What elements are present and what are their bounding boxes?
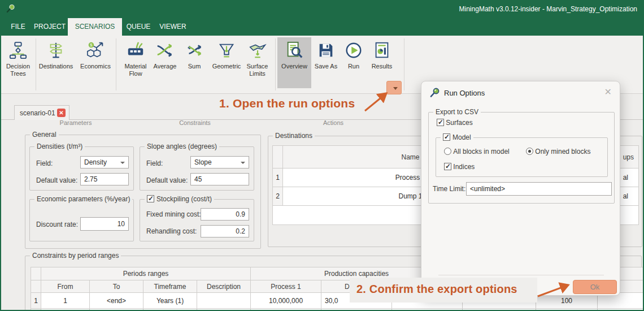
overview-icon <box>277 41 311 62</box>
menu-file[interactable]: FILE <box>5 18 32 36</box>
time-limit-input[interactable]: <unlimited> <box>466 182 612 196</box>
run-options-dropdown-button[interactable] <box>386 81 402 94</box>
title-bar: MiningMath v3.0.12-insider - Marvin_Stra… <box>0 0 644 18</box>
ribbon-separator <box>36 38 36 90</box>
column-header-from: From <box>41 280 90 293</box>
decision-trees-button[interactable]: Decision Trees <box>2 37 34 88</box>
menu-queue[interactable]: QUEUE <box>122 18 155 36</box>
window-title: MiningMath v3.0.12-insider - Marvin_Stra… <box>459 5 637 13</box>
model-checkbox[interactable] <box>443 133 450 141</box>
close-icon[interactable]: ✕ <box>604 87 612 97</box>
surface-limits-button[interactable]: Surface Limits <box>242 37 273 88</box>
time-limit-label: Time Limit: <box>433 185 465 193</box>
run-button[interactable]: Run <box>340 37 367 88</box>
button-label: Decision Trees <box>2 63 34 77</box>
stockpiling-title: Stockpiling (cost/t) <box>156 195 212 203</box>
to-cell[interactable]: <end> <box>90 293 143 309</box>
constraints-group-title: Constraints by period ranges <box>30 252 121 260</box>
rehandling-cost-input[interactable]: 0.2 <box>201 225 249 237</box>
description-cell[interactable] <box>197 293 251 309</box>
economic-group-title: Economic parameters (%/year) <box>34 195 132 203</box>
menu-bar: FILE PROJECT SCENARIOS QUEUE VIEWER <box>0 18 644 36</box>
row-number: 1 <box>31 293 41 309</box>
dialog-title: Run Options <box>444 89 485 97</box>
menu-scenarios[interactable]: SCENARIOS <box>68 18 122 36</box>
only-mined-radio[interactable] <box>526 148 533 155</box>
ok-button[interactable]: Ok <box>573 280 617 294</box>
empty-cell[interactable] <box>273 206 283 225</box>
density-default-label: Default value: <box>36 176 77 184</box>
ribbon-separator <box>275 38 276 90</box>
sum-arrows-icon <box>180 41 209 62</box>
menu-project[interactable]: PROJECT <box>32 18 68 36</box>
run-icon <box>340 41 367 62</box>
run-options-dialog: Run Options ✕ Export to CSV Surfaces Mod… <box>421 81 620 296</box>
header-group-periods: Periods ranges <box>41 267 251 280</box>
slope-group-title: Slope angles (degrees) <box>145 142 219 150</box>
timeframe-cell[interactable]: Years (1) <box>143 293 197 309</box>
slope-default-input[interactable]: 45 <box>190 173 249 185</box>
average-arrows-icon <box>149 41 181 62</box>
sum-button[interactable]: Sum <box>180 37 209 88</box>
corner-cell <box>273 146 283 169</box>
geometric-button[interactable]: Geometric <box>210 37 243 88</box>
process1-capacity-cell[interactable]: 10,000,000 <box>251 293 321 309</box>
row-number: 1 <box>273 169 283 187</box>
group-label-parameters: Parameters <box>42 119 110 126</box>
arrow-to-dropdown <box>365 93 386 111</box>
surfaces-checkbox[interactable] <box>437 119 444 126</box>
stockpiling-checkbox[interactable] <box>147 195 154 202</box>
ribbon-separator <box>404 38 404 90</box>
fixed-mining-cost-input[interactable]: 0.9 <box>201 208 249 221</box>
results-icon <box>367 41 397 62</box>
chevron-down-icon <box>120 162 125 164</box>
density-default-input[interactable]: 2.75 <box>80 173 129 185</box>
group-label-constraints: Constraints <box>161 119 229 126</box>
button-label: Surface Limits <box>242 63 273 77</box>
from-cell[interactable]: 1 <box>41 293 90 309</box>
slope-field-label: Field: <box>146 159 163 167</box>
save-as-button[interactable]: Save As <box>310 37 342 88</box>
slope-default-label: Default value: <box>146 176 188 184</box>
group-label-actions: Actions <box>299 119 367 126</box>
densities-group-title: Densities (t/m³) <box>34 142 85 150</box>
tab-close-icon[interactable]: ✕ <box>57 109 66 117</box>
surface-limits-icon <box>242 41 273 62</box>
discount-rate-input[interactable]: 10 <box>80 217 129 231</box>
density-field-value: Density <box>84 158 107 166</box>
slope-field-value: Slope <box>194 158 212 166</box>
only-mined-option: Only mined blocks <box>526 148 590 156</box>
indices-label: Indices <box>453 163 475 171</box>
button-label: Results <box>367 63 397 70</box>
column-header-process1: Process 1 <box>251 280 321 293</box>
economics-button[interactable]: $ Economics <box>78 37 113 88</box>
material-flow-button[interactable]: Material Flow <box>120 37 151 88</box>
indices-checkbox[interactable] <box>444 163 451 170</box>
model-label: Model <box>452 133 471 141</box>
app-logo-icon <box>6 3 16 15</box>
discount-rate-label: Discount rate: <box>36 221 78 228</box>
density-field-select[interactable]: Density <box>80 156 129 169</box>
miningmath-window: MiningMath v3.0.12-insider - Marvin_Stra… <box>0 0 644 311</box>
column-header-timeframe: Timeframe <box>143 280 197 293</box>
annotation-step2: 2. Confirm the export options <box>356 283 517 296</box>
annotation-step1: 1. Open the run options <box>219 97 355 110</box>
corner-cell <box>31 280 41 293</box>
button-label: Overview <box>277 63 311 70</box>
chevron-down-icon <box>241 162 245 164</box>
fixed-mining-cost-label: Fixed mining cost: <box>146 210 201 218</box>
factory-icon <box>120 41 151 62</box>
menu-viewer[interactable]: VIEWER <box>155 18 191 36</box>
tab-scenario-01[interactable]: scenario-01 ✕ <box>14 105 69 120</box>
overview-button[interactable]: Overview <box>277 37 311 88</box>
all-blocks-radio[interactable] <box>444 148 451 155</box>
slope-field-select[interactable]: Slope <box>190 156 249 169</box>
corner-cell <box>31 267 41 280</box>
destinations-button[interactable]: Destinations <box>38 37 73 88</box>
density-field-label: Field: <box>36 159 53 167</box>
average-button[interactable]: Average <box>149 37 181 88</box>
button-label: Material Flow <box>120 63 151 77</box>
indices-option: Indices <box>444 163 475 171</box>
decision-trees-icon <box>2 41 34 62</box>
funnel-icon <box>210 41 243 62</box>
